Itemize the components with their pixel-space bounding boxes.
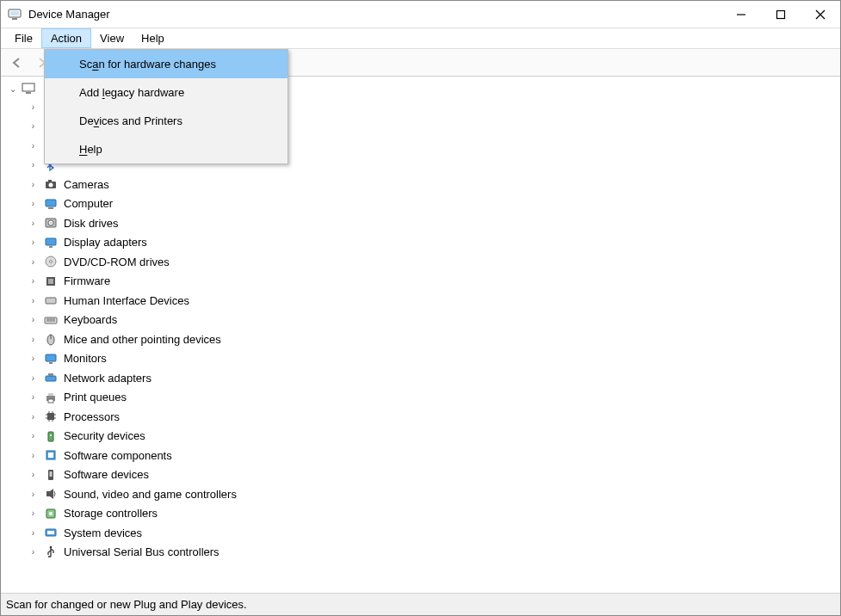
chevron-right-icon[interactable]: ›	[28, 121, 38, 131]
back-button[interactable]	[6, 52, 27, 73]
svg-rect-38	[46, 376, 56, 381]
dvd-icon	[43, 254, 59, 269]
tree-item[interactable]: ›Processors	[28, 407, 840, 427]
tree-item[interactable]: ›DVD/CD-ROM drives	[28, 252, 840, 272]
svg-rect-57	[50, 471, 53, 477]
chevron-right-icon[interactable]: ›	[28, 490, 38, 499]
menu-help[interactable]: Help	[133, 28, 173, 48]
tree-item-label: Monitors	[64, 352, 107, 365]
tree-item-label: Computer	[64, 197, 113, 210]
svg-rect-7	[22, 83, 34, 91]
collapse-icon[interactable]: ⌄	[8, 84, 17, 94]
tree-item[interactable]: ›Disk drives	[28, 213, 840, 233]
tree-item-label: Storage controllers	[64, 507, 158, 520]
window-title: Device Manager	[28, 8, 110, 21]
usb-icon	[43, 545, 59, 560]
chevron-right-icon[interactable]: ›	[28, 508, 38, 518]
svg-rect-18	[46, 200, 56, 206]
action-devices-printers[interactable]: Devices and Printers	[45, 107, 288, 135]
svg-rect-17	[48, 180, 52, 182]
tree-item[interactable]: ›Firmware	[28, 272, 840, 292]
chevron-right-icon[interactable]: ›	[28, 180, 38, 189]
chevron-right-icon[interactable]: ›	[28, 528, 38, 538]
tree-item-label: Sound, video and game controllers	[64, 488, 237, 501]
disk-icon	[43, 215, 59, 231]
menu-action[interactable]: Action	[41, 28, 91, 48]
svg-rect-29	[46, 298, 56, 304]
chevron-right-icon[interactable]: ›	[28, 102, 38, 112]
tree-item[interactable]: ›Human Interface Devices	[28, 291, 840, 311]
keyboard-icon	[43, 312, 59, 328]
chevron-right-icon[interactable]: ›	[28, 160, 38, 169]
svg-rect-52	[48, 432, 53, 441]
tree-item[interactable]: ›Storage controllers	[28, 504, 840, 524]
svg-rect-36	[46, 354, 56, 361]
firmware-icon	[43, 274, 59, 289]
tree-item[interactable]: ›Keyboards	[28, 311, 840, 330]
sound-icon	[43, 486, 59, 502]
tree-item[interactable]: ›Sound, video and game controllers	[28, 484, 840, 504]
chevron-right-icon[interactable]: ›	[28, 547, 38, 557]
action-add-legacy-hardware[interactable]: Add legacy hardware	[45, 78, 288, 107]
tree-item-label: Keyboards	[64, 313, 117, 326]
svg-rect-1	[10, 11, 19, 15]
chevron-right-icon[interactable]: ›	[28, 141, 38, 151]
chevron-right-icon[interactable]: ›	[28, 412, 38, 422]
status-text: Scan for changed or new Plug and Play de…	[6, 598, 247, 611]
chevron-right-icon[interactable]: ›	[28, 315, 38, 324]
tree-item-label: Software devices	[64, 468, 149, 481]
chevron-right-icon[interactable]: ›	[28, 451, 38, 460]
tree-item-label: Human Interface Devices	[64, 294, 189, 307]
chevron-right-icon[interactable]: ›	[28, 354, 38, 363]
svg-rect-62	[47, 531, 54, 534]
tree-item-label: Firmware	[64, 274, 110, 287]
action-help[interactable]: Help	[45, 135, 288, 163]
maximize-button[interactable]	[761, 1, 801, 28]
svg-point-16	[49, 183, 53, 188]
tree-item[interactable]: ›Display adapters	[28, 233, 840, 253]
swdev-icon	[43, 467, 59, 483]
action-scan-hardware[interactable]: Scan for hardware changes	[45, 50, 288, 78]
menubar: File Action View Help	[1, 28, 840, 49]
tree-item[interactable]: ›Software devices	[28, 465, 840, 485]
chevron-right-icon[interactable]: ›	[28, 431, 38, 440]
tree-item[interactable]: ›Mice and other pointing devices	[28, 330, 840, 349]
system-icon	[43, 525, 59, 540]
tree-item[interactable]: ›Monitors	[28, 349, 840, 369]
chevron-right-icon[interactable]: ›	[28, 470, 38, 479]
menu-view[interactable]: View	[91, 28, 133, 48]
menu-file[interactable]: File	[6, 28, 41, 48]
statusbar: Scan for changed or new Plug and Play de…	[1, 593, 840, 615]
svg-point-26	[50, 261, 53, 263]
close-button[interactable]	[801, 1, 840, 28]
tree-item[interactable]: ›Computer	[28, 194, 840, 214]
tree-item[interactable]: ›Software components	[28, 446, 840, 465]
security-icon	[43, 428, 59, 444]
chevron-right-icon[interactable]: ›	[28, 392, 38, 402]
tree-item[interactable]: ›System devices	[28, 523, 840, 543]
chevron-right-icon[interactable]: ›	[28, 199, 38, 208]
chevron-right-icon[interactable]: ›	[28, 335, 38, 344]
chevron-right-icon[interactable]: ›	[28, 257, 38, 267]
tree-item[interactable]: ›Cameras	[28, 175, 840, 194]
svg-rect-43	[47, 413, 54, 420]
chevron-right-icon[interactable]: ›	[28, 296, 38, 305]
chevron-right-icon[interactable]: ›	[28, 276, 38, 286]
chevron-right-icon[interactable]: ›	[28, 219, 38, 228]
chevron-right-icon[interactable]: ›	[28, 373, 38, 383]
tree-item-label: Print queues	[64, 391, 127, 403]
minimize-button[interactable]	[721, 1, 761, 28]
svg-rect-23	[46, 238, 56, 245]
svg-point-22	[50, 222, 52, 224]
tree-item-label: DVD/CD-ROM drives	[64, 256, 170, 268]
tree-item[interactable]: ›Universal Serial Bus controllers	[28, 543, 840, 563]
chevron-right-icon[interactable]: ›	[28, 237, 38, 247]
svg-rect-42	[48, 399, 53, 403]
tree-item[interactable]: ›Print queues	[28, 388, 840, 408]
tree-item[interactable]: ›Security devices	[28, 427, 840, 447]
window-controls	[721, 1, 840, 28]
tree-item-label: Display adapters	[64, 236, 147, 249]
svg-rect-24	[49, 246, 53, 248]
tree-item[interactable]: ›Network adapters	[28, 368, 840, 388]
tree-item-label: Cameras	[64, 178, 109, 191]
